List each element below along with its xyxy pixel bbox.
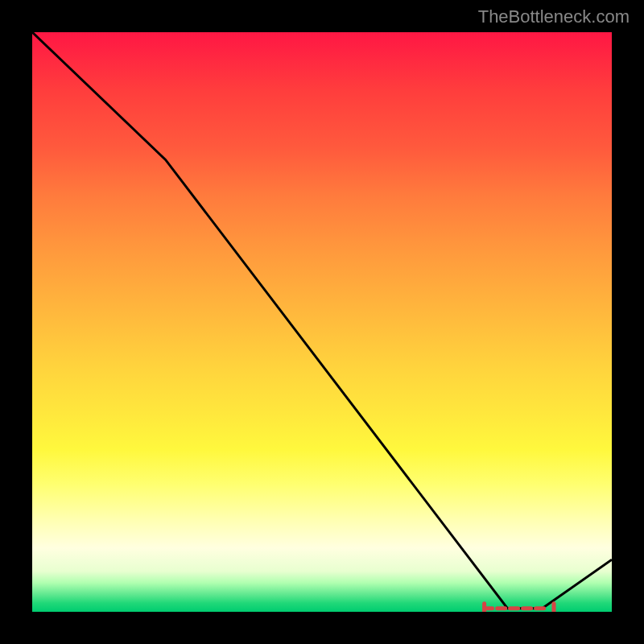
watermark-text: TheBottleneck.com: [478, 6, 630, 27]
chart-container: TheBottleneck.com: [0, 0, 644, 644]
bottom-marker-dashes: [485, 604, 554, 612]
chart-svg: [32, 32, 612, 612]
data-line: [32, 32, 612, 609]
